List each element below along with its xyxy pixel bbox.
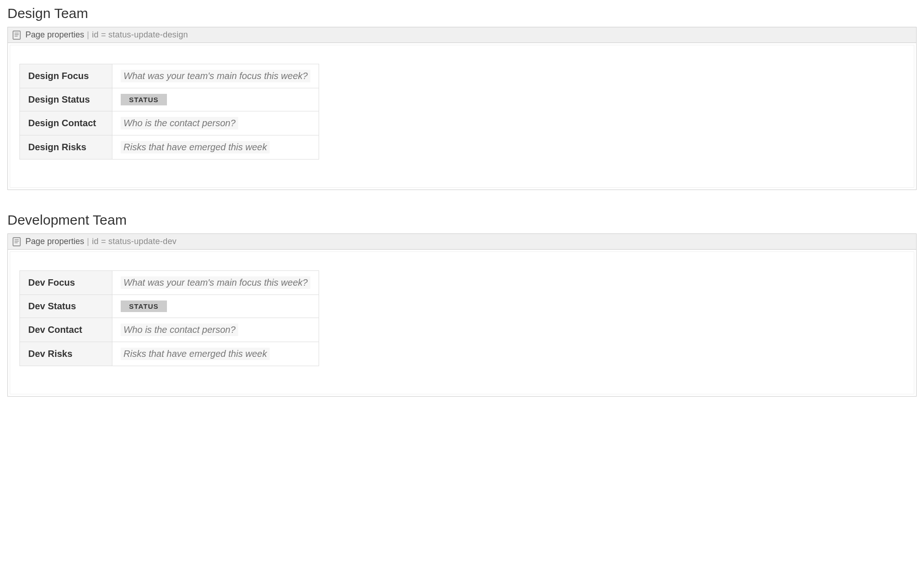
page-properties-macro[interactable]: Page properties|id = status-update-desig…	[7, 27, 917, 190]
properties-table: Design Focus What was your team's main f…	[19, 64, 319, 159]
placeholder-text: Risks that have emerged this week	[121, 141, 270, 153]
placeholder-text: What was your team's main focus this wee…	[121, 276, 310, 289]
svg-rect-4	[13, 238, 20, 246]
property-key: Dev Contact	[20, 318, 112, 342]
svg-rect-0	[13, 31, 20, 39]
placeholder-text: Risks that have emerged this week	[121, 348, 270, 360]
property-key: Design Contact	[20, 111, 112, 135]
property-value[interactable]: STATUS	[112, 88, 319, 111]
status-lozenge[interactable]: STATUS	[121, 300, 167, 312]
property-value[interactable]: Who is the contact person?	[112, 111, 319, 135]
table-row: Design Focus What was your team's main f…	[20, 64, 319, 88]
macro-header: Page properties|id = status-update-dev	[8, 234, 916, 250]
macro-body: Dev Focus What was your team's main focu…	[10, 251, 914, 394]
placeholder-text: Who is the contact person?	[121, 324, 238, 336]
property-key: Dev Risks	[20, 342, 112, 366]
table-row: Dev Risks Risks that have emerged this w…	[20, 342, 319, 366]
macro-label: Page properties|id = status-update-dev	[25, 237, 177, 246]
placeholder-text: What was your team's main focus this wee…	[121, 70, 310, 82]
table-row: Design Status STATUS	[20, 88, 319, 111]
section-title: Development Team	[7, 212, 917, 228]
property-key: Design Status	[20, 88, 112, 111]
table-row: Dev Status STATUS	[20, 295, 319, 318]
table-row: Design Risks Risks that have emerged thi…	[20, 135, 319, 159]
macro-label: Page properties|id = status-update-desig…	[25, 30, 188, 40]
section-development-team: Development Team Page properties|id = st…	[7, 212, 917, 397]
property-key: Design Focus	[20, 64, 112, 88]
page-properties-icon	[12, 237, 21, 246]
table-row: Dev Focus What was your team's main focu…	[20, 271, 319, 295]
section-design-team: Design Team Page properties|id = status-…	[7, 6, 917, 190]
property-value[interactable]: Risks that have emerged this week	[112, 342, 319, 366]
property-value[interactable]: Who is the contact person?	[112, 318, 319, 342]
macro-body: Design Focus What was your team's main f…	[10, 45, 914, 188]
property-value[interactable]: What was your team's main focus this wee…	[112, 271, 319, 295]
properties-table: Dev Focus What was your team's main focu…	[19, 270, 319, 366]
status-lozenge[interactable]: STATUS	[121, 94, 167, 105]
section-title: Design Team	[7, 6, 917, 21]
property-key: Design Risks	[20, 135, 112, 159]
macro-header: Page properties|id = status-update-desig…	[8, 27, 916, 43]
property-key: Dev Status	[20, 295, 112, 318]
table-row: Dev Contact Who is the contact person?	[20, 318, 319, 342]
table-row: Design Contact Who is the contact person…	[20, 111, 319, 135]
property-key: Dev Focus	[20, 271, 112, 295]
property-value[interactable]: STATUS	[112, 295, 319, 318]
property-value[interactable]: Risks that have emerged this week	[112, 135, 319, 159]
page-properties-icon	[12, 31, 21, 40]
page-properties-macro[interactable]: Page properties|id = status-update-dev D…	[7, 233, 917, 397]
placeholder-text: Who is the contact person?	[121, 117, 238, 129]
property-value[interactable]: What was your team's main focus this wee…	[112, 64, 319, 88]
